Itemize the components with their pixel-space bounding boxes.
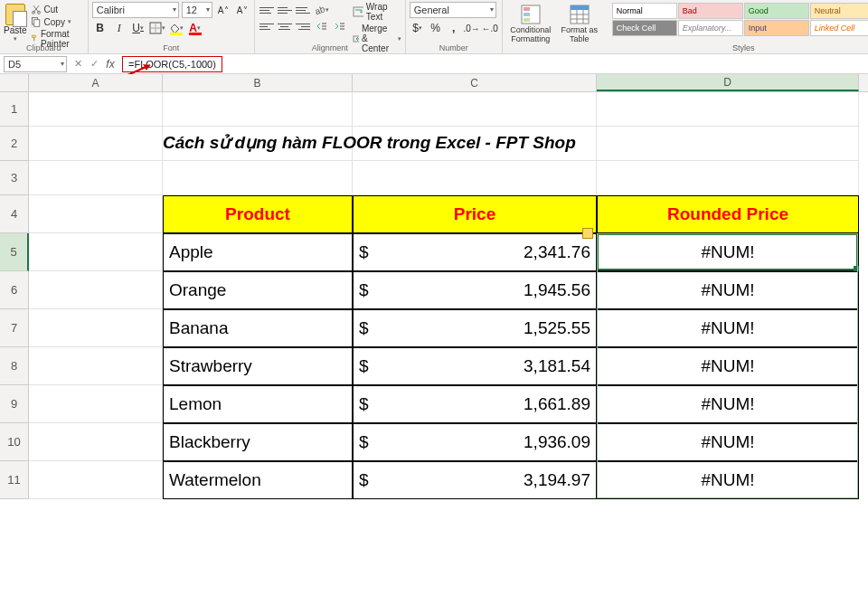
style-cell[interactable]: Explanatory... — [678, 20, 743, 36]
cell-A7[interactable] — [29, 309, 163, 347]
cancel-edit-button[interactable]: ✕ — [70, 58, 86, 70]
cell-A4[interactable] — [29, 195, 163, 233]
copy-button[interactable]: Copy ▾ — [31, 16, 82, 27]
align-left-button[interactable] — [259, 18, 275, 34]
align-center-button[interactable] — [277, 18, 293, 34]
style-cell[interactable]: Linked Cell — [810, 20, 868, 36]
italic-button[interactable]: I — [111, 20, 127, 36]
cut-button[interactable]: Cut — [31, 4, 82, 14]
select-all-corner[interactable] — [0, 74, 29, 91]
column-header-C[interactable]: C — [353, 74, 597, 91]
bold-button[interactable]: B — [92, 20, 108, 36]
borders-button[interactable]: ▾ — [149, 20, 165, 36]
number-format-combo[interactable]: General▾ — [410, 2, 496, 18]
row-header-3[interactable]: 3 — [0, 161, 29, 195]
confirm-edit-button[interactable]: ✓ — [86, 58, 102, 70]
cell-A6[interactable] — [29, 271, 163, 309]
decrease-indent-button[interactable] — [313, 18, 329, 34]
align-right-button[interactable] — [295, 18, 311, 34]
cell-B9[interactable]: Lemon — [163, 385, 353, 423]
cell-D11[interactable]: #NUM! — [597, 461, 859, 499]
cell-A10[interactable] — [29, 423, 163, 461]
decrease-decimal-button[interactable]: ←.0 — [482, 20, 498, 36]
align-bottom-button[interactable] — [295, 2, 311, 18]
fill-color-button[interactable]: ▾ — [168, 20, 184, 36]
cell-D10[interactable]: #NUM! — [597, 423, 859, 461]
font-color-button[interactable]: A▾ — [187, 20, 203, 36]
cell-B10[interactable]: Blackberry — [163, 423, 353, 461]
increase-font-button[interactable]: A˄ — [215, 2, 231, 18]
cell-D5[interactable]: #NUM! — [597, 233, 859, 271]
cell-D8[interactable]: #NUM! — [597, 347, 859, 385]
row-header-4[interactable]: 4 — [0, 195, 29, 233]
cell-B5[interactable]: Apple — [163, 233, 353, 271]
row-header-10[interactable]: 10 — [0, 423, 29, 461]
cell-C5[interactable]: $2,341.76 — [353, 233, 597, 271]
row-header-7[interactable]: 7 — [0, 309, 29, 347]
style-cell[interactable]: Normal — [612, 3, 677, 19]
row-header-5[interactable]: 5 — [0, 233, 29, 271]
cell-B6[interactable]: Orange — [163, 271, 353, 309]
accounting-button[interactable]: $▾ — [410, 20, 426, 36]
row-header-11[interactable]: 11 — [0, 461, 29, 499]
increase-decimal-button[interactable]: .0→ — [464, 20, 480, 36]
row-header-6[interactable]: 6 — [0, 271, 29, 309]
align-middle-button[interactable] — [277, 2, 293, 18]
name-box[interactable]: D5 ▾ — [4, 56, 67, 72]
cell-C4[interactable]: Price — [353, 195, 597, 233]
formula-input[interactable]: =FLOOR(C5,-1000) — [122, 56, 222, 72]
wrap-text-button[interactable]: Wrap Text — [353, 2, 401, 22]
cell-D7[interactable]: #NUM! — [597, 309, 859, 347]
cell-B1[interactable] — [163, 92, 353, 127]
cell-A2[interactable] — [29, 127, 163, 161]
cell-C8[interactable]: $3,181.54 — [353, 347, 597, 385]
cell-C6[interactable]: $1,945.56 — [353, 271, 597, 309]
font-name-combo[interactable]: Calibri▾ — [92, 2, 179, 18]
cell-C2[interactable] — [353, 127, 597, 161]
cell-D1[interactable] — [597, 92, 859, 127]
cell-A9[interactable] — [29, 385, 163, 423]
cell-A1[interactable] — [29, 92, 163, 127]
row-header-8[interactable]: 8 — [0, 347, 29, 385]
style-cell[interactable]: Input — [744, 20, 809, 36]
comma-button[interactable]: , — [446, 20, 462, 36]
font-size-combo[interactable]: 12▾ — [182, 2, 212, 18]
cell-D3[interactable] — [597, 161, 859, 195]
column-header-B[interactable]: B — [163, 74, 353, 91]
smart-tag-icon[interactable] — [582, 228, 593, 239]
cell-B4[interactable]: Product — [163, 195, 353, 233]
format-as-table-button[interactable]: Format as Table — [555, 2, 604, 53]
increase-indent-button[interactable] — [331, 18, 347, 34]
cell-C7[interactable]: $1,525.55 — [353, 309, 597, 347]
cells-area[interactable]: Cách sử dụng hàm FLOOR trong Excel - FPT… — [29, 92, 868, 499]
percent-button[interactable]: % — [428, 20, 444, 36]
style-cell[interactable]: Check Cell — [612, 20, 677, 36]
cell-C11[interactable]: $3,194.97 — [353, 461, 597, 499]
cell-C10[interactable]: $1,936.09 — [353, 423, 597, 461]
column-header-A[interactable]: A — [29, 74, 163, 91]
underline-button[interactable]: U▾ — [130, 20, 146, 36]
cell-D6[interactable]: #NUM! — [597, 271, 859, 309]
cell-D4[interactable]: Rounded Price — [597, 195, 859, 233]
cell-A5[interactable] — [29, 233, 163, 271]
cell-C9[interactable]: $1,661.89 — [353, 385, 597, 423]
conditional-formatting-button[interactable]: Conditional Formatting — [506, 2, 555, 53]
cell-B11[interactable]: Watermelon — [163, 461, 353, 499]
cell-A11[interactable] — [29, 461, 163, 499]
cell-C3[interactable] — [353, 161, 597, 195]
orientation-button[interactable]: ab▾ — [313, 2, 329, 18]
cell-B7[interactable]: Banana — [163, 309, 353, 347]
cell-C1[interactable] — [353, 92, 597, 127]
cell-D2[interactable] — [597, 127, 859, 161]
row-header-1[interactable]: 1 — [0, 92, 29, 127]
cell-D9[interactable]: #NUM! — [597, 385, 859, 423]
cell-B3[interactable] — [163, 161, 353, 195]
cell-B2[interactable]: Cách sử dụng hàm FLOOR trong Excel - FPT… — [163, 127, 353, 161]
cell-A3[interactable] — [29, 161, 163, 195]
style-cell[interactable]: Bad — [678, 3, 743, 19]
row-header-2[interactable]: 2 — [0, 127, 29, 161]
cell-B8[interactable]: Strawberry — [163, 347, 353, 385]
insert-function-button[interactable]: fx — [102, 58, 118, 71]
style-cell[interactable]: Neutral — [810, 3, 868, 19]
row-header-9[interactable]: 9 — [0, 385, 29, 423]
